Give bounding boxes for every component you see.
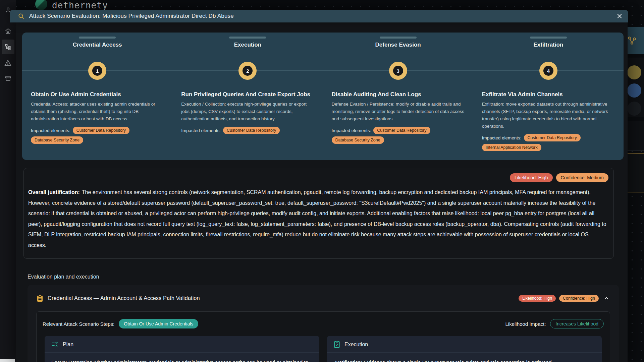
node-circle-gold [627,65,641,79]
phase-accent-bar [530,37,567,39]
modal-header: Attack Scenario Evaluation: Malicious Pr… [10,10,628,22]
phase-accent-bar [79,37,116,39]
close-icon[interactable] [616,13,623,19]
impacted-tag[interactable]: Customer Data Repository [524,134,581,141]
phase-title: Defense Evasion [332,42,465,48]
rule-checklist-icon [51,341,58,348]
impacted-tag[interactable]: Database Security Zone [332,136,384,144]
impacted-elements-label: Impacted elements: [181,128,221,133]
phase-accent-bar [229,37,266,39]
step-description: Defense Evasion / Persistence: modify or… [332,101,465,123]
panel-likelihood-badge: Likelihood: High [519,295,556,302]
evaluation-section-title: Evaluation plan and execution [28,274,628,280]
impacted-tag[interactable]: Database Security Zone [31,136,83,144]
attack-step-column: Obtain Or Use Admin Credentials Credenti… [22,80,172,151]
impacted-tag[interactable]: Customer Data Repository [223,127,280,134]
step-number-badge: 1 [88,62,106,80]
phase-accent-bar [380,37,417,39]
step-number-badge: 2 [238,62,257,80]
phase-title: Execution [181,42,314,48]
phase-title: Exfiltration [482,42,615,48]
sidebar-item-home[interactable] [0,28,16,35]
impacted-tag[interactable]: Internal Application Network [482,144,541,151]
step-number-badge: 4 [539,62,557,80]
left-sidebar [0,0,16,362]
logo-mark-icon [35,0,47,10]
sidebar-item-archive[interactable] [0,75,16,82]
node-circle-blue [627,83,641,98]
git-branch-icon [627,36,637,46]
execution-card-body: Justification: Evidence shows a single D… [327,353,602,362]
chevron-up-icon[interactable] [603,295,609,301]
overall-justification-card: Likelihood: High Confidence: Medium Over… [23,168,614,259]
sidebar-item-hierarchy[interactable] [0,44,16,50]
execution-card-title: Execution [344,342,368,348]
phase-title: Credential Access [31,42,164,48]
step-title: Obtain Or Use Admin Credentials [31,91,164,98]
relevant-steps-label: Relevant Attack Scenario Steps: [43,321,114,327]
clipboard-icon [37,295,43,302]
attack-step-column: Run Privileged Queries And Create Export… [172,80,323,151]
execution-card: Execution Justification: Evidence shows … [327,336,602,362]
impacted-tag[interactable]: Customer Data Repository [73,127,129,134]
step-description: Execution / Collection: execute high-pri… [181,101,314,123]
confidence-badge: Confidence: Medium [556,173,608,182]
attack-step-column: Exfiltrate Via Admin Channels Exfiltrati… [473,80,624,151]
home-icon [5,28,11,35]
node-circle-dark [627,102,641,116]
relevant-step-tag[interactable]: Obtain Or Use Admin Credentials [119,319,198,328]
step-number-badge: 3 [389,62,407,80]
step-description: Exfiltration: move exported datasets out… [482,101,615,130]
overall-justification-label: Overall justification: [28,189,82,195]
likelihood-badge: Likelihood: High [510,173,553,182]
hierarchy-icon [5,44,11,50]
likelihood-impact-value: Increases Likelihood [550,319,604,328]
step-title: Run Privileged Queries And Create Export… [181,91,314,98]
likelihood-impact-label: Likelihood Impact: [505,321,546,327]
evaluation-panel-title: Credential Access — Admin Account & Acce… [48,295,200,301]
overall-justification-text: Overall justification:The environment ha… [28,187,607,250]
logo-text: dethernety [52,0,108,10]
archive-box-icon [5,75,11,82]
step-description: Credential Access: attacker uses existin… [31,101,164,123]
evaluation-panel: Credential Access — Admin Account & Acce… [28,285,619,362]
step-title: Exfiltrate Via Admin Channels [482,91,615,98]
sidebar-item-alerts[interactable] [0,59,16,66]
app-logo: dethernety [0,0,302,10]
step-title: Disable Auditing And Clean Logs [332,91,465,98]
attack-steps-card: Credential Access Execution Defense Evas… [22,33,624,160]
impacted-elements-label: Impacted elements: [332,128,371,133]
impacted-tag[interactable]: Customer Data Repository [373,127,430,134]
scrollbar-fragment[interactable] [0,359,15,362]
search-icon [18,13,24,19]
impacted-elements-label: Impacted elements: [482,135,522,140]
modal-title: Attack Scenario Evaluation: Malicious Pr… [29,13,234,19]
impacted-elements-label: Impacted elements: [31,128,70,133]
plan-card: Plan Focus: Determine whether administra… [45,336,319,362]
panel-confidence-badge: Confidence: High [559,295,599,302]
alert-triangle-icon [4,59,11,66]
modal-body: Credential Access Execution Defense Evas… [16,22,628,362]
evaluation-detail-box: Relevant Attack Scenario Steps: Obtain O… [36,311,610,362]
plan-card-title: Plan [63,342,73,348]
plan-card-body: Focus: Determine whether administrators'… [45,353,319,362]
evaluation-panel-header[interactable]: Credential Access — Admin Account & Acce… [28,285,619,311]
clipboard-check-icon [334,341,340,348]
attack-step-column: Disable Auditing And Clean Logs Defense … [323,80,473,151]
